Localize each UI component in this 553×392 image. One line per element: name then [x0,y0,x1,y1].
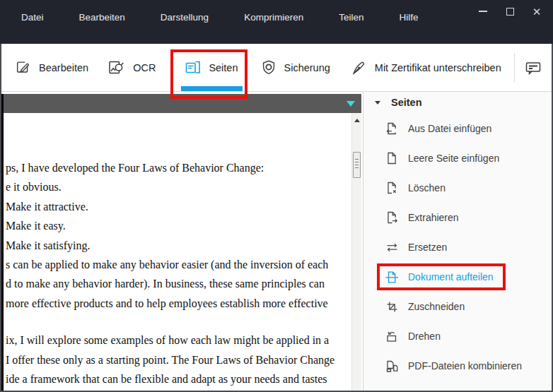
sidebar-item-label: Dokument aufteilen [408,271,494,283]
split-document-icon [385,270,400,285]
sidebar-item-pdf-dateien-kombinieren[interactable]: PDF-Dateien kombinieren [363,351,553,381]
certificate-sign-icon [350,59,368,77]
toolbar-item-seiten[interactable]: Seiten [184,59,238,77]
toolbar-item-label: Mit Zertifikat unterschreiben [375,62,501,73]
minimize-icon [479,11,487,12]
menu-item-datei[interactable]: Datei [21,12,44,23]
chevron-down-icon[interactable] [375,101,380,105]
maximize-button[interactable] [502,4,518,19]
rotate-icon [385,329,400,344]
delete-page-icon [385,181,400,196]
sidebar-item-label: Leere Seite einfügen [408,153,499,164]
menu-item-darstellung[interactable]: Darstellung [161,12,209,23]
toolbar-item-sicherung[interactable]: Sicherung [260,59,330,77]
document-line: more effective products and to help empl… [6,294,334,313]
toolbar-item-label: Sicherung [284,62,330,73]
extract-page-icon [385,210,400,225]
window-controls: ✕ [475,4,545,19]
window-border-left [0,44,1,392]
edit-icon [14,59,33,77]
sidebar-item-label: Zuschneiden [408,301,465,312]
sidebar-item-loeschen[interactable]: Löschen [363,173,553,203]
content-area: ps, I have developed the Four Laws of Be… [0,92,553,392]
seiten-panel-items: Aus Datei einfügen Leere Seite einfügen … [363,114,553,381]
toolbar-item-bearbeiten[interactable]: Bearbeiten [14,59,88,77]
document-line: ps, I have developed the Four Laws of Be… [6,158,334,177]
scroll-up-arrow-icon[interactable] [354,119,360,122]
close-icon: ✕ [532,6,542,17]
document-line: I offer these only as a starting point. … [6,350,334,369]
document-line: d to make any behavior harder). In busin… [6,274,334,293]
menu-item-komprimieren[interactable]: Komprimieren [244,12,303,23]
vertical-scrollbar[interactable] [351,113,361,392]
toolbar-separator [514,53,515,83]
document-line: s can be applied to make any behavior ea… [6,255,334,274]
active-tab-underline [181,86,242,91]
maximize-icon [506,8,514,16]
sidebar-item-label: PDF-Dateien kombinieren [408,360,522,372]
menu-bar: Datei Bearbeiten Darstellung Komprimiere… [21,12,418,23]
sidebar-item-dokument-aufteilen[interactable]: Dokument aufteilen [363,262,553,292]
document-line: ix, I will explore some examples of how … [6,331,334,350]
document-line: e it obvious. [6,177,334,196]
sidebar-item-drehen[interactable]: Drehen [363,321,553,351]
insert-from-file-icon [385,121,400,136]
minimize-button[interactable] [475,4,491,19]
highlight-box-seiten-tab [170,49,247,99]
document-header-bar [4,94,361,113]
menu-item-teilen[interactable]: Teilen [339,12,363,23]
document-line: Make it attractive. [6,197,334,216]
scrollbar-thumb[interactable] [353,152,361,178]
document-line: Make it easy. [6,216,334,235]
pages-icon [184,59,202,77]
seiten-panel: Seiten Aus Datei einfügen Leere Seite ei… [363,92,553,392]
toolbar-right [514,53,553,83]
panel-title: Seiten [391,97,422,108]
sidebar-item-label: Aus Datei einfügen [408,123,491,134]
close-button[interactable]: ✕ [529,4,545,19]
sidebar-item-label: Extrahieren [408,212,459,223]
toolbar-item-label: Bearbeiten [39,62,88,73]
toolbar-item-comment[interactable] [523,58,553,78]
sidebar-item-label: Ersetzen [408,242,447,253]
sidebar-item-label: Löschen [408,182,446,194]
sidebar-item-ersetzen[interactable]: Ersetzen [363,232,553,262]
combine-pdf-icon [385,359,400,374]
sidebar-item-label: Drehen [408,331,441,342]
sidebar-item-zuschneiden[interactable]: Zuschneiden [363,292,553,321]
sidebar-item-extrahieren[interactable]: Extrahieren [363,203,553,232]
toolbar: Bearbeiten OCR Seiten Sicherung [0,44,553,92]
crop-icon [385,299,400,314]
collapse-panel-icon[interactable] [347,101,355,107]
menu-item-hilfe[interactable]: Hilfe [399,12,418,23]
titlebar: Datei Bearbeiten Darstellung Komprimiere… [0,0,553,44]
replace-page-icon [385,240,400,255]
document-viewer: ps, I have developed the Four Laws of Be… [0,92,363,392]
blank-page-icon [385,151,400,166]
seiten-panel-header: Seiten [375,97,422,108]
document-line: ide a framework that can be flexible and… [6,369,334,388]
paragraph-gap [6,313,334,331]
toolbar-item-ocr[interactable]: OCR [107,58,156,78]
menu-item-bearbeiten[interactable]: Bearbeiten [79,12,125,23]
toolbar-item-mit-zertifikat-unterschreiben[interactable]: Mit Zertifikat unterschreiben [350,59,501,77]
document-text: ps, I have developed the Four Laws of Be… [6,158,334,388]
sidebar-item-leere-seite-einfuegen[interactable]: Leere Seite einfügen [363,143,553,173]
ocr-icon [107,58,127,78]
document-line: Make it satisfying. [6,236,334,255]
shield-icon [260,59,278,77]
toolbar-item-label: Seiten [209,62,238,73]
sidebar-item-aus-datei-einfuegen[interactable]: Aus Datei einfügen [363,114,553,143]
comment-icon [523,58,543,78]
toolbar-item-label: OCR [133,62,156,73]
